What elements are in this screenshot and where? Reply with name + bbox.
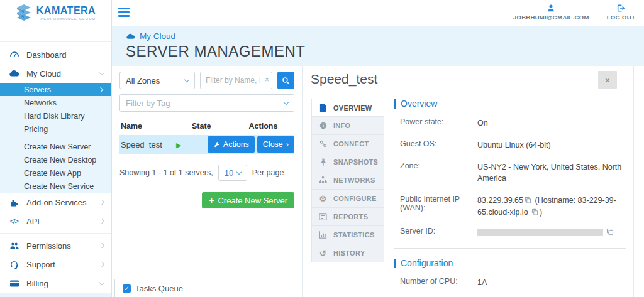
clear-filter-icon[interactable]: × [265,75,269,84]
create-new-server-button[interactable]: + Create New Server [202,192,294,208]
chevron-down-icon [99,279,104,284]
tab-overview[interactable]: OVERVIEW [311,99,384,117]
overview-content: Overview Power state: On Guest OS: Ubunt… [394,99,626,297]
sidebar-item-networks[interactable]: Networks [0,96,111,109]
section-accent-bar [394,99,396,109]
tab-connect[interactable]: CONNECT [311,135,384,153]
sidebar-item-create-new-server[interactable]: Create New Server [0,140,111,153]
tab-statistics[interactable]: STATISTICS [311,226,384,244]
sidebar-item-servers[interactable]: Servers [0,83,111,96]
wrench-icon [213,141,220,148]
section-divider [394,248,626,249]
chevron-right-icon: › [286,140,289,149]
logout-icon [616,4,625,13]
wan-hostname-prefix: (Hostname: [535,196,577,205]
server-id-redacted-value [477,229,603,236]
credit-card-icon [9,279,19,288]
search-icon [282,77,290,85]
breadcrumb[interactable]: My Cloud [126,31,644,41]
headset-icon [9,260,19,269]
sidebar-item-dashboard[interactable]: Dashboard [0,45,111,64]
dashboard-gauge-icon [9,50,19,60]
code-icon: </> [9,218,19,225]
sidebar-item-billing[interactable]: Billing [0,274,111,293]
report-list-icon [318,213,328,220]
sidebar-item-pricing[interactable]: Pricing [0,122,111,136]
user-icon [547,4,555,13]
copy-icon[interactable] [531,208,538,215]
search-button[interactable] [277,72,294,89]
sidebar-item-hard-disk-library[interactable]: Hard Disk Library [0,109,111,122]
sidebar-item-create-new-service[interactable]: Create New Service [0,180,111,193]
tab-reports[interactable]: REPORTS [311,208,384,226]
brand-name: KAMATERA [36,6,96,16]
server-table-header: Name State Actions [119,122,294,135]
field-power-state: Power state: On [394,117,626,129]
close-row-button[interactable]: Close › [257,136,294,153]
tab-history[interactable]: ↺ HISTORY [311,244,384,262]
history-icon: ↺ [318,249,328,257]
my-cloud-submenu: Servers Networks Hard Disk Library Prici… [0,83,111,193]
per-page-label: Per page [252,168,284,177]
sidebar-item-create-new-desktop[interactable]: Create New Desktop [0,153,111,166]
tab-configure[interactable]: ⚙ CONFIGURE [311,190,384,208]
zone-select-value: All Zones [126,76,160,85]
table-row[interactable]: Speed_test ▶ Actions Close › [119,135,294,154]
chevron-down-icon [99,70,104,75]
sidebar-item-addon-services[interactable]: Add-on Services [0,193,111,212]
menu-toggle-icon[interactable] [118,8,130,19]
close-panel-button[interactable]: × [598,71,617,89]
tab-networks[interactable]: NETWORKS [311,171,384,190]
account-button[interactable]: JOBBHUMI@GMAIL.COM [513,4,589,21]
plus-icon: + [209,195,214,205]
chevron-down-icon [284,99,289,104]
detail-tabs: OVERVIEW INFO CONNECT SNAPSHOTS NETWORKS… [311,99,384,262]
server-list-panel: All Zones × Filter by Tag Name State Act… [112,66,302,297]
tasks-queue-button[interactable]: ✓ Tasks Queue [114,279,191,297]
configuration-section-title: Configuration [401,258,453,268]
checked-checkbox-icon: ✓ [123,284,131,293]
sidebar-item-api[interactable]: </> API [0,212,111,230]
copy-icon[interactable] [606,228,614,235]
field-cpu: Number of CPU: 1A [394,277,626,289]
sidebar-item-permissions[interactable]: Permissions [0,236,111,255]
overview-section-title: Overview [401,99,437,109]
sitemap-icon [318,176,328,184]
tab-info[interactable]: INFO [311,117,384,135]
logout-button[interactable]: LOG OUT [607,4,635,21]
copy-icon[interactable] [525,197,531,203]
tab-snapshots[interactable]: SNAPSHOTS [311,153,384,171]
chevron-right-icon [99,219,104,224]
sidebar-item-create-new-app[interactable]: Create New App [0,166,111,180]
pagination-summary: Showing 1 - 1 of 1 servers, [119,168,213,177]
per-page-select[interactable]: 10 [218,165,247,181]
cloud-icon [9,69,19,78]
brand-tagline: PERFORMANCE CLOUD [36,17,96,21]
sidebar-item-billing-profile[interactable]: Billing Profile [0,293,111,297]
zone-select[interactable]: All Zones [119,72,195,89]
info-icon [318,122,328,129]
link-icon [318,140,328,148]
chevron-down-icon [184,77,189,82]
sidebar-item-my-cloud[interactable]: My Cloud [0,64,111,83]
wan-ip-value: 83.229.39.65 [477,196,523,205]
actions-button[interactable]: Actions [208,136,255,153]
sidebar: Dashboard My Cloud Servers Networks Hard… [0,26,112,297]
chevron-right-icon [99,262,104,267]
file-icon [318,104,328,112]
chevron-right-icon [98,87,103,92]
name-filter-input[interactable] [200,72,272,89]
gears-icon: ⚙ [318,195,328,203]
tag-filter-select[interactable]: Filter by Tag [119,94,294,112]
page-title: SERVER MANAGEMENT [126,43,644,60]
tag-filter-placeholder: Filter by Tag [126,99,170,108]
field-server-id: Server ID: [394,227,626,239]
brand-logo[interactable]: KAMATERA PERFORMANCE CLOUD [0,0,112,26]
section-accent-bar [394,259,396,268]
logout-label: LOG OUT [607,14,635,21]
puzzle-icon [9,198,19,207]
billing-submenu: Billing Profile [0,293,111,297]
server-detail-title: Speed_test [311,72,377,87]
wan-suffix: ) [540,208,542,217]
sidebar-item-support[interactable]: Support [0,255,111,274]
